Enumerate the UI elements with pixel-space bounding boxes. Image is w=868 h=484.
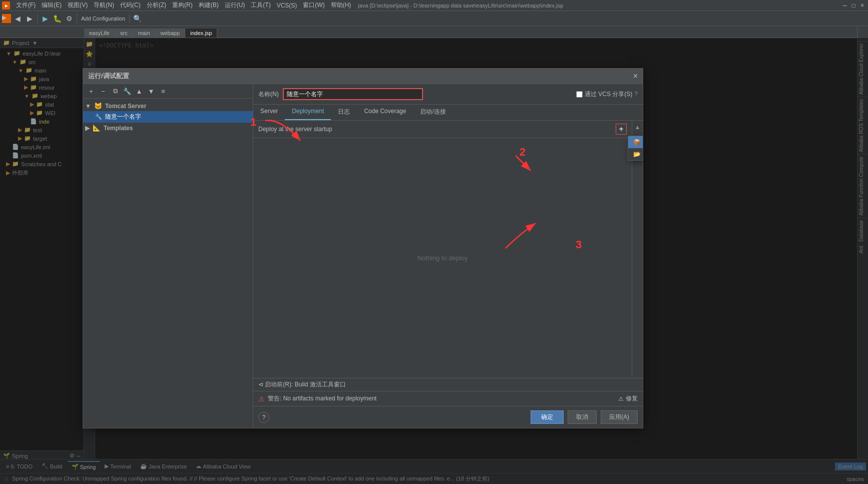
external-icon: 📂	[633, 151, 641, 158]
dialog-tree-panel: + − ⧉ 🔧 ▲ ▼ ≡ ▼ 🐱 Tomcat Server 🔧	[83, 84, 253, 428]
warning-icon: ⚠	[258, 395, 265, 403]
filter-btn[interactable]: ≡	[158, 86, 168, 96]
deploy-add-btn[interactable]: +	[616, 124, 627, 135]
share-check: 通过 VCS 分享(S) ?	[576, 90, 638, 99]
toolbar-settings-btn[interactable]: ⚙	[64, 13, 75, 24]
menu-vcs[interactable]: VCS(S)	[274, 1, 300, 10]
menu-edit[interactable]: 编辑(E)	[39, 0, 65, 11]
toolbar-sep3	[129, 14, 130, 24]
minimize-btn[interactable]: ─	[840, 2, 849, 9]
dialog-title: 运行/调试配置	[88, 72, 129, 81]
toolbar-separator	[37, 14, 38, 24]
dropdown-external[interactable]: 📂 External Source...	[628, 148, 643, 160]
edit-config-btn[interactable]: 🔧	[122, 86, 132, 96]
config-item-icon: 🔧	[95, 114, 102, 120]
dropdown-artifact[interactable]: 📦 Artifact...	[628, 136, 643, 148]
share-label: 通过 VCS 分享(S)	[585, 90, 632, 99]
toolbar-search-btn[interactable]: 🔍	[132, 13, 143, 24]
menu-help[interactable]: 帮助(H)	[328, 0, 354, 11]
tab-src[interactable]: src	[115, 29, 133, 38]
templates-group-label: Templates	[104, 125, 133, 132]
tab-indexjsp[interactable]: index.jsp	[185, 29, 217, 38]
share-checkbox[interactable]	[576, 91, 583, 98]
tree-group-templates[interactable]: ▶ 📐 Templates	[83, 123, 253, 133]
warning-bar: ⚠ 警告: No artifacts marked for deployment…	[253, 391, 643, 406]
toolbar-forward-btn[interactable]: ▶	[24, 13, 35, 24]
menu-bar: ▶ 文件(F) 编辑(E) 视图(V) 导航(N) 代码(C) 分析(Z) 重构…	[0, 0, 868, 11]
add-config-btn[interactable]: +	[86, 86, 96, 96]
tab-webapp[interactable]: webapp	[156, 29, 186, 38]
tab-main[interactable]: main	[133, 29, 156, 38]
artifact-icon: 📦	[633, 139, 641, 146]
close-btn[interactable]: ×	[858, 2, 866, 9]
maximize-btn[interactable]: □	[850, 2, 857, 9]
warning-text: 警告: No artifacts marked for deployment	[268, 394, 376, 403]
tab-easylife[interactable]: easyLife	[84, 29, 115, 38]
fix-icon: ⚠	[618, 395, 624, 402]
artifact-dropdown: 📦 Artifact... 📂 External Source...	[628, 136, 643, 161]
name-label: 名称(N)	[258, 90, 279, 99]
deploy-label: Deploy at the server startup	[258, 126, 332, 133]
menu-navigate[interactable]: 导航(N)	[91, 0, 117, 11]
dialog-tree-toolbar: + − ⧉ 🔧 ▲ ▼ ≡	[83, 84, 253, 99]
tree-item-config[interactable]: 🔧 随意一个名字	[83, 111, 253, 123]
templates-expand-icon: ▶	[85, 125, 90, 132]
deploy-empty-msg: Nothing to deploy	[253, 138, 632, 378]
menu-tools[interactable]: 工具(T)	[248, 0, 273, 11]
tab-coverage[interactable]: Code Coverage	[357, 105, 413, 120]
toolbar-app-icon: ▶	[2, 14, 11, 23]
config-tabs: Server Deployment 日志 Code Coverage 启动/连接	[253, 105, 643, 121]
dialog-config-panel: 名称(N) 通过 VCS 分享(S) ? Server Deployment 日…	[253, 84, 643, 428]
tomcat-expand-icon: ▼	[85, 103, 91, 110]
toolbar-run-btn[interactable]: ▶	[40, 13, 51, 24]
toolbar-back-btn[interactable]: ◀	[12, 13, 23, 24]
move-up-btn[interactable]: ▲	[134, 86, 144, 96]
tab-server[interactable]: Server	[253, 105, 285, 120]
dialog-close-btn[interactable]: ×	[633, 72, 638, 81]
window-title: java [D:\eclipse\java] - D:\learningapp …	[358, 3, 836, 9]
tree-group-tomcat[interactable]: ▼ 🐱 Tomcat Server	[83, 101, 253, 111]
menu-run[interactable]: 运行(U)	[222, 0, 248, 11]
tab-deployment[interactable]: Deployment	[285, 105, 331, 120]
copy-config-btn[interactable]: ⧉	[110, 86, 120, 96]
apply-button[interactable]: 应用(A)	[601, 410, 638, 424]
startup-bar: ⊲ 启动前(R): Build 激活工具窗口	[253, 378, 643, 391]
remove-config-btn[interactable]: −	[98, 86, 108, 96]
dialog-title-bar: 运行/调试配置 ×	[83, 69, 643, 84]
file-tabs: easyLife src main webapp index.jsp	[0, 26, 868, 38]
deploy-add-container: + 📦 Artifact... 📂	[616, 124, 627, 135]
menu-build[interactable]: 构建(B)	[196, 0, 222, 11]
name-bar: 名称(N) 通过 VCS 分享(S) ?	[253, 84, 643, 105]
cancel-button[interactable]: 取消	[568, 410, 597, 424]
help-button[interactable]: ?	[258, 412, 269, 423]
tab-log[interactable]: 日志	[331, 105, 357, 120]
tab-startup[interactable]: 启动/连接	[413, 105, 453, 120]
toolbar-debug-btn[interactable]: 🐛	[52, 13, 63, 24]
templates-icon: 📐	[93, 124, 101, 132]
toolbar-sep2	[77, 14, 77, 24]
menu-code[interactable]: 代码(C)	[117, 0, 144, 11]
run-debug-dialog: 运行/调试配置 × + − ⧉ 🔧 ▲ ▼ ≡ ▼ 🐱	[83, 68, 643, 428]
app-icon: ▶	[2, 2, 10, 10]
dialog-buttons: ? 确定 取消 应用(A)	[253, 406, 643, 428]
deployment-area: Deploy at the server startup + 📦 Artifac…	[253, 121, 643, 406]
main-toolbar: ▶ ◀ ▶ ▶ 🐛 ⚙ Add Configuration 🔍	[0, 11, 868, 26]
dialog-body: + − ⧉ 🔧 ▲ ▼ ≡ ▼ 🐱 Tomcat Server 🔧	[83, 84, 643, 428]
menu-file[interactable]: 文件(F)	[13, 0, 39, 11]
startup-text: ⊲ 启动前(R): Build 激活工具窗口	[258, 380, 346, 389]
side-up-btn[interactable]: ▲	[633, 123, 642, 132]
menu-window[interactable]: 窗口(W)	[300, 0, 327, 11]
name-input[interactable]	[283, 88, 423, 100]
fix-button[interactable]: ⚠ 修复	[618, 394, 638, 403]
menu-refactor[interactable]: 重构(R)	[169, 0, 196, 11]
tomcat-group-label: Tomcat Server	[105, 103, 146, 110]
move-down-btn[interactable]: ▼	[146, 86, 156, 96]
tomcat-server-icon: 🐱	[94, 102, 102, 110]
add-config-label[interactable]: Add Configuration	[79, 16, 127, 22]
deploy-toolbar: Deploy at the server startup + 📦 Artifac…	[253, 121, 632, 138]
nothing-to-deploy-text: Nothing to deploy	[417, 254, 468, 262]
share-help-icon[interactable]: ?	[634, 91, 638, 98]
ok-button[interactable]: 确定	[531, 410, 564, 424]
menu-analyze[interactable]: 分析(Z)	[144, 0, 169, 11]
menu-view[interactable]: 视图(V)	[65, 0, 91, 11]
